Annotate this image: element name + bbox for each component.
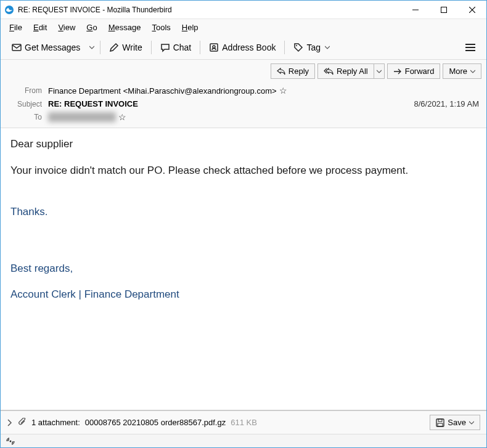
hamburger-menu[interactable] xyxy=(459,39,481,55)
svg-rect-6 xyxy=(210,44,218,51)
tag-button[interactable]: Tag xyxy=(287,39,336,56)
minimize-button[interactable] xyxy=(401,1,430,19)
tag-icon xyxy=(293,43,303,52)
from-email: <Mihai.Paraschiv@alexandriongroup.com> xyxy=(123,86,277,96)
message-actions: Reply Reply All Forward More xyxy=(1,60,486,81)
menu-edit[interactable]: Edit xyxy=(28,22,52,33)
save-icon xyxy=(436,418,444,427)
message-body: Dear supplier Your invoice didn't match … xyxy=(1,128,486,410)
body-regards: Best regards, xyxy=(10,261,477,277)
body-line1: Your invoice didn't match our PO. Please… xyxy=(10,163,477,179)
to-label: To xyxy=(8,113,42,121)
message-headers: From Finance Department <Mihai.Paraschiv… xyxy=(1,81,486,128)
star-contact-to[interactable]: ☆ xyxy=(118,112,126,122)
paperclip-icon xyxy=(18,418,27,428)
pencil-icon xyxy=(109,43,119,52)
svg-point-7 xyxy=(213,46,215,48)
body-thanks: Thanks. xyxy=(10,205,477,220)
chat-button[interactable]: Chat xyxy=(154,39,198,56)
attachment-filename[interactable]: 00008765 20210805 order88567.pdf.gz xyxy=(85,418,226,427)
thunderbird-icon xyxy=(4,5,14,15)
svg-point-15 xyxy=(10,440,12,442)
star-contact-from[interactable]: ☆ xyxy=(279,86,287,96)
forward-button[interactable]: Forward xyxy=(387,63,441,79)
toolbar: Get Messages Write Chat Address Book Tag xyxy=(1,35,486,60)
addressbook-icon xyxy=(209,43,219,52)
save-attachment-button[interactable]: Save xyxy=(430,415,480,430)
write-button[interactable]: Write xyxy=(103,39,148,56)
menu-message[interactable]: Message xyxy=(104,22,146,33)
subject-label: Subject xyxy=(8,100,42,108)
forward-icon xyxy=(393,68,402,75)
to-value-redacted xyxy=(48,112,116,122)
titlebar: RE: REQUEST INVOICE - Mozilla Thunderbir… xyxy=(1,1,486,19)
svg-point-8 xyxy=(296,45,297,46)
body-signature: Account Clerk | Finance Department xyxy=(10,287,477,303)
attachment-bar: 1 attachment: 00008765 20210805 order885… xyxy=(1,410,486,434)
menu-file[interactable]: File xyxy=(4,22,27,33)
from-label: From xyxy=(8,86,42,95)
menu-tools[interactable]: Tools xyxy=(147,22,175,33)
get-messages-button[interactable]: Get Messages xyxy=(6,39,86,56)
maximize-button[interactable] xyxy=(430,1,458,19)
svg-rect-2 xyxy=(441,7,447,12)
get-messages-dropdown[interactable] xyxy=(86,42,97,53)
reply-icon xyxy=(277,68,285,75)
menu-view[interactable]: View xyxy=(53,22,80,33)
chevron-right-icon[interactable] xyxy=(7,419,13,426)
reply-all-icon xyxy=(324,68,334,75)
body-greeting: Dear supplier xyxy=(10,137,477,152)
download-icon xyxy=(12,43,22,52)
subject-value: RE: REQUEST INVOICE xyxy=(48,99,414,108)
attachment-size: 611 KB xyxy=(231,418,257,427)
message-date: 8/6/2021, 1:19 AM xyxy=(414,99,479,108)
chat-icon xyxy=(160,43,170,52)
reply-all-button[interactable]: Reply All xyxy=(317,63,374,79)
svg-rect-5 xyxy=(12,44,21,51)
statusbar xyxy=(1,434,486,447)
reply-all-dropdown[interactable] xyxy=(374,63,385,79)
reply-button[interactable]: Reply xyxy=(271,63,315,79)
menu-go[interactable]: Go xyxy=(81,22,102,33)
more-button[interactable]: More xyxy=(443,63,481,79)
from-name: Finance Department xyxy=(48,86,121,96)
attachment-count: 1 attachment: xyxy=(31,418,80,427)
addressbook-button[interactable]: Address Book xyxy=(203,39,282,56)
activity-icon xyxy=(6,437,15,446)
menubar: File Edit View Go Message Tools Help xyxy=(1,19,486,35)
window-title: RE: REQUEST INVOICE - Mozilla Thunderbir… xyxy=(18,6,401,14)
menu-help[interactable]: Help xyxy=(177,22,203,33)
svg-rect-14 xyxy=(438,423,443,426)
close-button[interactable] xyxy=(458,1,486,19)
hamburger-icon xyxy=(465,43,475,52)
